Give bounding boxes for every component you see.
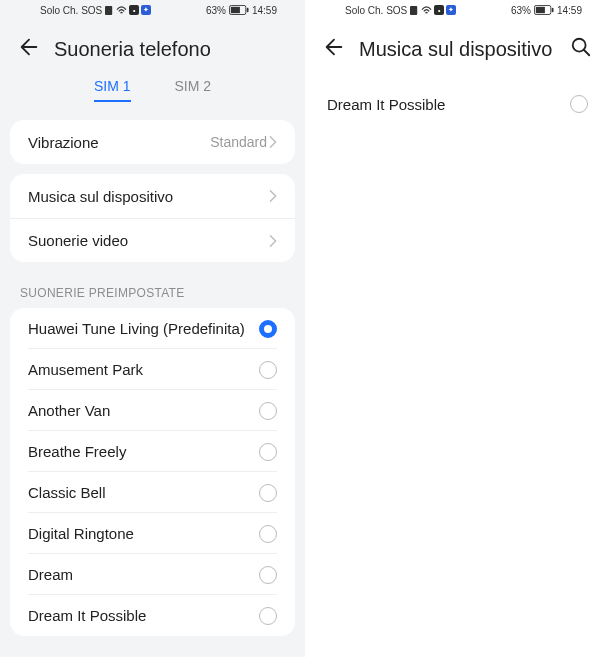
- radio-icon: [259, 361, 277, 379]
- svg-rect-7: [552, 8, 554, 13]
- sim-icon: [105, 6, 114, 15]
- device-track-list: Dream It Possible: [321, 82, 594, 126]
- ringtone-item[interactable]: Dream It Possible: [10, 595, 295, 636]
- wifi-icon: [116, 6, 127, 15]
- ringtone-label: Breathe Freely: [28, 443, 126, 460]
- track-label: Dream It Possible: [327, 96, 445, 113]
- ringtone-item[interactable]: Classic Bell: [10, 472, 295, 513]
- ringtone-item[interactable]: Digital Ringtone: [10, 513, 295, 554]
- status-box-icon-1: •: [434, 5, 444, 15]
- sim-icon: [410, 6, 419, 15]
- card-sources: Musica sul dispositivo Suonerie video: [10, 174, 295, 262]
- ringtone-label: Huawei Tune Living (Predefinita): [28, 320, 245, 337]
- tab-sim1[interactable]: SIM 1: [94, 78, 131, 102]
- music-on-device-label: Musica sul dispositivo: [28, 188, 173, 205]
- row-video-ringtones[interactable]: Suonerie video: [10, 218, 295, 262]
- preset-section-label: SUONERIE PREIMPOSTATE: [0, 262, 305, 308]
- tab-sim2[interactable]: SIM 2: [175, 78, 212, 102]
- svg-rect-6: [536, 7, 545, 13]
- ringtone-label: Amusement Park: [28, 361, 143, 378]
- status-box-icon-2: ✦: [446, 5, 456, 15]
- svg-rect-4: [410, 6, 417, 15]
- status-bar: Solo Ch. SOS • ✦ 63% 14:59: [0, 0, 305, 20]
- status-time: 14:59: [557, 5, 582, 16]
- radio-selected-icon: [259, 320, 277, 338]
- status-box-icon-1: •: [129, 5, 139, 15]
- status-right: 63% 14:59: [206, 5, 277, 16]
- search-icon: [570, 36, 592, 58]
- status-left: Solo Ch. SOS • ✦: [40, 5, 151, 16]
- svg-line-9: [584, 50, 590, 56]
- back-arrow-icon: [323, 36, 345, 58]
- status-time: 14:59: [252, 5, 277, 16]
- search-button[interactable]: [570, 36, 592, 62]
- card-vibration: Vibrazione Standard: [10, 120, 295, 164]
- radio-icon: [259, 484, 277, 502]
- radio-icon: [259, 443, 277, 461]
- status-box-icon-2: ✦: [141, 5, 151, 15]
- back-button[interactable]: [18, 36, 40, 62]
- preset-ringtone-list: Huawei Tune Living (Predefinita) Amuseme…: [10, 308, 295, 636]
- radio-icon: [570, 95, 588, 113]
- vibration-label: Vibrazione: [28, 134, 99, 151]
- header: Suoneria telefono: [0, 20, 305, 72]
- radio-icon: [259, 402, 277, 420]
- chevron-right-icon: [269, 136, 277, 148]
- video-ringtones-label: Suonerie video: [28, 232, 128, 249]
- svg-rect-0: [105, 6, 112, 15]
- header: Musica sul dispositivo: [305, 20, 610, 72]
- ringtone-label: Classic Bell: [28, 484, 106, 501]
- battery-icon: [229, 5, 249, 15]
- row-vibration[interactable]: Vibrazione Standard: [10, 120, 295, 164]
- status-right: 63% 14:59: [511, 5, 582, 16]
- screen-music-on-device: Solo Ch. SOS • ✦ 63% 14:59 Musica sul di…: [305, 0, 610, 657]
- svg-rect-2: [231, 7, 240, 13]
- track-item[interactable]: Dream It Possible: [321, 82, 594, 126]
- ringtone-label: Dream It Possible: [28, 607, 146, 624]
- radio-icon: [259, 607, 277, 625]
- status-left: Solo Ch. SOS • ✦: [345, 5, 456, 16]
- page-title: Suoneria telefono: [54, 38, 287, 61]
- ringtone-label: Another Van: [28, 402, 110, 419]
- page-title: Musica sul dispositivo: [359, 38, 556, 61]
- chevron-right-icon: [269, 190, 277, 202]
- back-arrow-icon: [18, 36, 40, 58]
- radio-icon: [259, 525, 277, 543]
- status-signal-icons: • ✦: [410, 5, 456, 15]
- status-carrier: Solo Ch. SOS: [345, 5, 407, 16]
- row-music-on-device[interactable]: Musica sul dispositivo: [10, 174, 295, 218]
- status-signal-icons: • ✦: [105, 5, 151, 15]
- battery-icon: [534, 5, 554, 15]
- status-battery-pct: 63%: [511, 5, 531, 16]
- ringtone-item[interactable]: Another Van: [10, 390, 295, 431]
- ringtone-label: Dream: [28, 566, 73, 583]
- ringtone-item[interactable]: Dream: [10, 554, 295, 595]
- svg-rect-3: [247, 8, 249, 13]
- ringtone-label: Digital Ringtone: [28, 525, 134, 542]
- radio-icon: [259, 566, 277, 584]
- ringtone-item[interactable]: Amusement Park: [10, 349, 295, 390]
- wifi-icon: [421, 6, 432, 15]
- back-button[interactable]: [323, 36, 345, 62]
- ringtone-item[interactable]: Breathe Freely: [10, 431, 295, 472]
- status-battery-pct: 63%: [206, 5, 226, 16]
- screen-ringtone-settings: Solo Ch. SOS • ✦ 63% 14:59 Suoneria tele…: [0, 0, 305, 657]
- vibration-value: Standard: [210, 134, 277, 150]
- chevron-right-icon: [269, 235, 277, 247]
- sim-tabs: SIM 1 SIM 2: [0, 72, 305, 110]
- ringtone-item[interactable]: Huawei Tune Living (Predefinita): [10, 308, 295, 349]
- status-bar: Solo Ch. SOS • ✦ 63% 14:59: [305, 0, 610, 20]
- status-carrier: Solo Ch. SOS: [40, 5, 102, 16]
